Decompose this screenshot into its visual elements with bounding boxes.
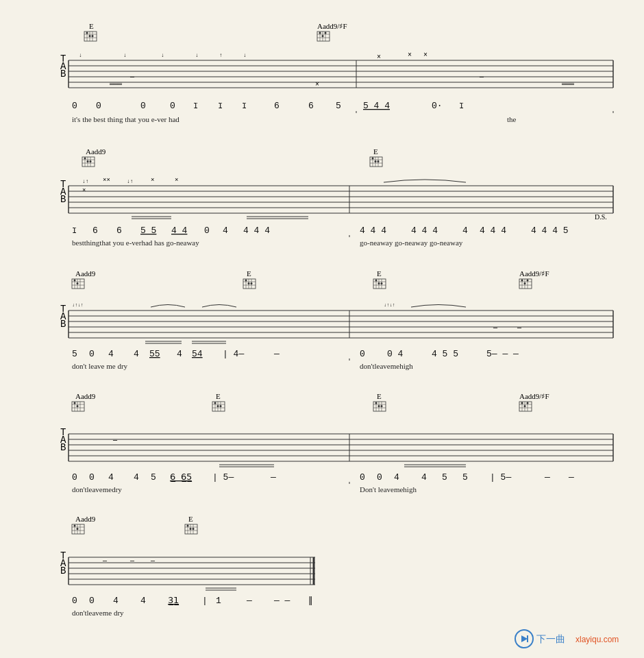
svg-point-194 <box>74 402 76 404</box>
svg-text:—: — <box>479 73 484 81</box>
svg-point-211 <box>375 402 377 404</box>
chord-e-3b: E <box>377 269 382 278</box>
svg-text:↑: ↑ <box>219 52 223 58</box>
svg-text:don't leave me dry: don't leave me dry <box>72 362 128 370</box>
svg-text:1̈: 1̈ <box>218 102 223 110</box>
svg-text:0·: 0· <box>432 101 443 111</box>
staff-lines-5: T A B — — — <box>60 550 315 590</box>
chord-diagram-e3a <box>243 279 256 289</box>
svg-text:0: 0 <box>89 472 95 483</box>
svg-point-131 <box>245 280 247 282</box>
chord-aadd9f-3: Aadd9/♯F <box>519 269 549 278</box>
svg-point-274 <box>187 525 189 527</box>
svg-text:↓: ↓ <box>243 52 247 58</box>
svg-text:— —: — — <box>273 596 290 606</box>
svg-text:—: — <box>544 472 550 483</box>
chord-e-3a: E <box>247 269 251 278</box>
svg-text:×: × <box>82 187 86 194</box>
svg-point-275 <box>190 528 192 530</box>
svg-text:0: 0 <box>377 472 382 483</box>
numbers-line-2: 1̈ 6 6 5 5 4 4 0 4 4 4 4 4 4 4 4 4 4 4 4… <box>72 226 569 237</box>
svg-text:‖: ‖ <box>308 596 313 606</box>
chord-aadd9-3: Aadd9 <box>75 269 96 278</box>
svg-point-142 <box>381 282 383 284</box>
chord-diagram-aadd9f1 <box>317 32 330 41</box>
svg-text:4: 4 <box>462 226 468 236</box>
chord-diagram-e3b <box>373 279 386 289</box>
svg-text:5— — —: 5— — — <box>486 349 519 359</box>
svg-point-140 <box>375 280 377 282</box>
svg-text:×: × <box>151 177 154 184</box>
svg-text:B: B <box>60 319 66 330</box>
svg-text:bestthingthat you e-verhad  ha: bestthingthat you e-verhad has go-neaway <box>72 239 199 247</box>
staff-lines-1: T A B ↓ ↓ ↓ ↓ ↑ ↓ × × × <box>60 51 613 88</box>
svg-point-78 <box>377 160 380 162</box>
svg-point-67 <box>84 158 86 160</box>
svg-text:go-neaway go-neaway  go-neaway: go-neaway go-neaway go-neaway <box>360 239 463 247</box>
numbers-line-4: 0 0 4 4 5 6̲ 6̲5̲ | 5— — 0 0 4 4 5 5 | 5… <box>72 472 574 484</box>
svg-text:6̲ 6̲5̲: 6̲ 6̲5̲ <box>170 472 193 483</box>
svg-text:5: 5 <box>151 472 156 483</box>
chord-diagram-e5 <box>185 524 197 534</box>
svg-text:↓↑: ↓↑ <box>127 178 134 184</box>
svg-text:4: 4 <box>394 472 399 483</box>
svg-text:5 5: 5 5 <box>140 226 156 236</box>
svg-text:↓: ↓ <box>161 52 164 58</box>
svg-text:↓↑: ↓↑ <box>82 178 89 184</box>
svg-text:4: 4 <box>108 349 114 359</box>
svg-point-133 <box>251 282 253 284</box>
svg-text:0 4: 0 4 <box>387 349 404 359</box>
svg-text:54: 54 <box>192 349 203 359</box>
svg-text:4 4 4: 4 4 4 <box>360 226 386 236</box>
ds-label: D.S. <box>595 213 607 221</box>
chord-e-4a: E <box>216 392 221 400</box>
svg-point-195 <box>77 405 79 407</box>
svg-text:Don't leavemehigh: Don't leavemehigh <box>360 485 417 494</box>
svg-text:4 4 4: 4 4 4 <box>480 226 506 236</box>
next-song-bar[interactable]: 下一曲 xlayiqu.com <box>515 630 619 648</box>
svg-text:—: — <box>568 472 574 483</box>
svg-text:5: 5 <box>72 349 77 359</box>
svg-point-221 <box>527 402 529 404</box>
svg-text:0: 0 <box>89 596 95 606</box>
svg-point-141 <box>378 282 380 284</box>
svg-text:↓↑↓↑: ↓↑↓↑ <box>72 302 84 308</box>
site-label: xlayiqu.com <box>575 635 619 644</box>
svg-point-123 <box>74 280 76 282</box>
svg-text:═══: ═══ <box>109 81 123 88</box>
svg-text:B: B <box>60 442 66 453</box>
svg-text:0: 0 <box>72 472 77 483</box>
svg-text:4: 4 <box>223 226 228 236</box>
svg-point-17 <box>322 35 324 37</box>
chord-e-1: E <box>89 22 94 30</box>
svg-text:0: 0 <box>360 472 365 483</box>
lyrics-line-3: don't leave me dry don'tleavemehigh <box>72 362 413 370</box>
svg-text:5 4 4: 5 4 4 <box>363 101 390 111</box>
svg-text:the: the <box>507 115 517 123</box>
svg-text:4 5 5: 4 5 5 <box>432 349 458 359</box>
chord-aadd9f-4: Aadd9/♯F <box>519 392 549 400</box>
svg-point-7 <box>89 35 91 37</box>
svg-text:it's the  best   thing   that : it's the best thing that you e-ver had <box>72 115 179 123</box>
svg-text:4 4 4 5: 4 4 4 5 <box>531 226 569 236</box>
svg-text:—: — <box>246 596 252 606</box>
svg-text:0: 0 <box>96 101 101 111</box>
svg-text:1: 1 <box>216 596 221 606</box>
svg-point-76 <box>372 158 374 160</box>
score-container: E Aadd9/♯F T <box>0 0 644 658</box>
svg-text:5: 5 <box>462 472 468 483</box>
svg-text:—: — <box>112 437 118 444</box>
svg-text:| 5—: | 5— <box>490 472 511 483</box>
staff-lines-3: T A B ↓↑↓↑ ↓↑↓↑ — — <box>60 302 613 343</box>
numbers-line-5: 0 0 4 4 3̲1̲ | 1 — — — ‖ <box>72 596 313 606</box>
svg-point-16 <box>325 32 327 34</box>
svg-text:—: — <box>270 472 276 483</box>
svg-text:0: 0 <box>204 226 210 236</box>
staff-lines-2: T A B ↓↑ ×× ↓↑ × × × D.S. <box>60 177 613 221</box>
svg-text:0: 0 <box>170 101 175 111</box>
svg-point-69 <box>90 160 92 162</box>
svg-text:—: — <box>517 324 522 332</box>
svg-point-212 <box>378 405 380 407</box>
svg-text:0: 0 <box>140 101 146 111</box>
svg-point-202 <box>214 402 216 404</box>
